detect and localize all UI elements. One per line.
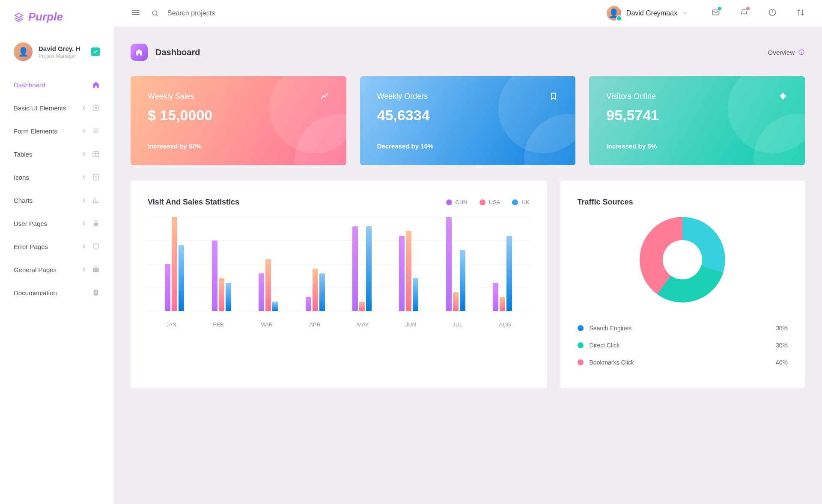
briefcase-icon (92, 266, 100, 273)
mail-button[interactable] (712, 8, 720, 18)
traffic-item: Bookmarks Click40% (578, 354, 788, 371)
bar (212, 240, 217, 311)
card-value: 45,6334 (377, 107, 559, 124)
bar (272, 302, 278, 311)
bar (453, 292, 459, 311)
stat-card: Weekly Orders45,6334Decreased by 10% (360, 76, 576, 165)
sidebar-item-dashboard[interactable]: Dashboard (0, 73, 113, 96)
legend-item: UK (512, 199, 529, 205)
bar-group (259, 259, 278, 311)
sidebar-item-documentation[interactable]: Documentation (0, 281, 113, 304)
user-name: David Greymaax (626, 9, 677, 17)
power-button[interactable] (768, 8, 777, 18)
diamond-icon (778, 92, 788, 101)
chevron-down-icon (682, 11, 688, 16)
sidebar-item-tables[interactable]: Tables (0, 142, 113, 166)
document-icon (92, 289, 100, 296)
power-icon (768, 8, 777, 17)
legend-dot (480, 199, 485, 205)
home-icon (92, 81, 100, 89)
card-value: 95,5741 (606, 107, 788, 124)
axis-label: JUN (405, 321, 416, 328)
sidebar-item-label: Charts (14, 197, 81, 204)
legend-item: USA (480, 199, 500, 205)
stat-card: Visitors Online95,5741Increased by 5% (589, 76, 805, 165)
sidebar-item-general-pages[interactable]: General Pages (0, 258, 113, 281)
contacts-icon (92, 173, 100, 181)
axis-label: MAR (260, 321, 273, 328)
topbar: 👤 David Greymaax (113, 0, 822, 27)
legend-label: CHN (456, 199, 468, 205)
axis-label: JAN (166, 321, 177, 328)
search (151, 9, 596, 17)
list-icon (92, 127, 100, 135)
barchart: JANFEBMARAPRMAYJUNJULAUG (148, 217, 530, 328)
chevron-left-icon (81, 197, 87, 203)
legend-dot (578, 342, 584, 348)
sidebar-item-label: General Pages (14, 266, 81, 273)
card-delta: Decreased by 10% (377, 142, 559, 150)
bar-group (165, 217, 184, 311)
chevron-left-icon (81, 174, 87, 180)
bar (493, 283, 498, 311)
bar (179, 245, 184, 311)
barchart-legend: CHNUSAUK (446, 199, 530, 205)
bar (446, 217, 452, 311)
bar-group (212, 240, 231, 311)
sidebar-nav: DashboardBasic UI ElementsForm ElementsT… (0, 73, 113, 304)
card-delta: Increased by 60% (148, 142, 329, 150)
sidebar-item-icons[interactable]: Icons (0, 166, 113, 189)
axis-label: JUL (453, 321, 462, 328)
sidebar-item-label: User Pages (14, 220, 81, 227)
sidebar-item-label: Form Elements (14, 127, 81, 135)
user-menu[interactable]: 👤 David Greymaax (607, 6, 688, 21)
notification-dot (746, 7, 750, 10)
sidebar-item-user-pages[interactable]: User Pages (0, 212, 113, 235)
bar (399, 236, 405, 311)
overview-link[interactable]: Overview (768, 49, 805, 56)
sidebar-item-error-pages[interactable]: Error Pages (0, 235, 113, 258)
traffic-value: 30% (776, 342, 788, 349)
card-label: Visitors Online (606, 92, 656, 101)
sidebar-item-basic-ui-elements[interactable]: Basic UI Elements (0, 96, 113, 119)
traffic-list: Search Engines30%Direct Click30%Bookmark… (578, 320, 788, 371)
bar (500, 297, 505, 311)
barchart-title: Visit And Sales Statistics (148, 198, 446, 207)
sidebar-item-charts[interactable]: Charts (0, 189, 113, 212)
menu-toggle-button[interactable] (131, 7, 141, 19)
traffic-item: Search Engines30% (578, 320, 788, 337)
search-input[interactable] (167, 9, 279, 17)
notification-dot (718, 7, 721, 10)
card-delta: Increased by 5% (606, 142, 788, 150)
sort-button[interactable] (796, 8, 805, 18)
table-icon (92, 150, 100, 158)
bar-group (399, 231, 418, 311)
sidebar-profile[interactable]: 👤 David Grey. H Project Manager (0, 34, 113, 73)
sidebar-item-label: Basic UI Elements (14, 104, 81, 112)
verified-badge-icon (91, 47, 100, 56)
notifications-button[interactable] (740, 8, 748, 18)
legend-label: UK (521, 199, 529, 205)
legend-label: USA (489, 199, 500, 205)
sidebar-item-form-elements[interactable]: Form Elements (0, 119, 113, 142)
bar (259, 273, 264, 311)
page-header-icon (131, 44, 148, 61)
sidebar-item-label: Icons (14, 174, 81, 181)
info-icon (798, 49, 805, 56)
shield-icon (92, 243, 100, 250)
brand[interactable]: Purple (0, 0, 113, 34)
bar (366, 226, 372, 311)
overview-label: Overview (768, 49, 795, 56)
sidebar-item-label: Dashboard (14, 81, 92, 89)
chevron-left-icon (81, 151, 87, 157)
bar (319, 273, 325, 311)
legend-dot (512, 199, 518, 205)
avatar: 👤 (14, 42, 33, 61)
profile-role: Project Manager (39, 53, 85, 59)
stat-card: Weekly Sales$ 15,0000Increased by 60% (131, 76, 346, 165)
traffic-item: Direct Click30% (578, 337, 788, 354)
page-title: Dashboard (155, 47, 200, 57)
legend-item: CHN (446, 199, 468, 205)
bar (506, 236, 512, 311)
sort-icon (796, 8, 805, 17)
